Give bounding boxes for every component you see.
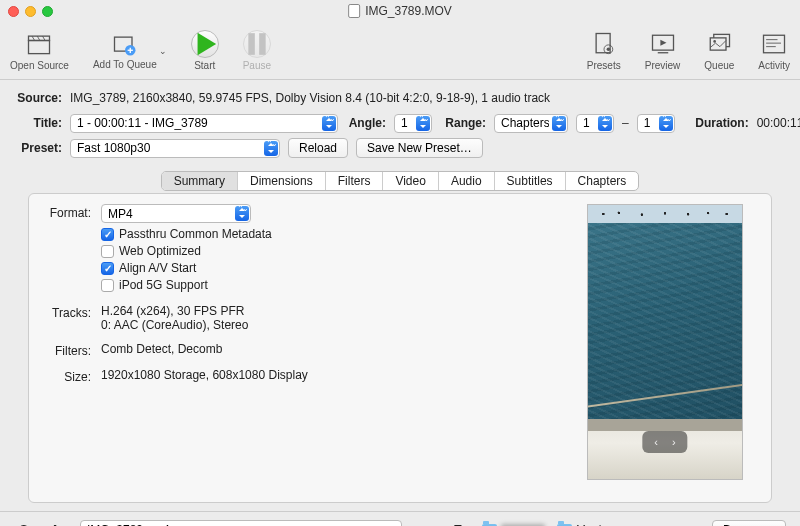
- close-window-button[interactable]: [8, 6, 19, 17]
- format-select[interactable]: MP4: [101, 204, 251, 223]
- source-label: Source:: [14, 91, 62, 105]
- svg-point-20: [714, 40, 717, 43]
- tabs: Summary Dimensions Filters Video Audio S…: [161, 171, 640, 191]
- svg-marker-31: [602, 118, 608, 121]
- minimize-window-button[interactable]: [25, 6, 36, 17]
- activity-button[interactable]: Activity: [758, 30, 790, 71]
- reload-button[interactable]: Reload: [288, 138, 348, 158]
- preview-icon: [649, 30, 677, 58]
- svg-marker-35: [268, 143, 274, 146]
- preview-button[interactable]: Preview: [645, 30, 681, 71]
- size-value: 1920x1080 Storage, 608x1080 Display: [101, 368, 308, 382]
- preview-image: ‹ ›: [587, 204, 743, 480]
- add-to-queue-button[interactable]: Add To Queue ⌄: [93, 31, 167, 70]
- svg-rect-19: [711, 38, 727, 50]
- pause-icon: [243, 30, 271, 58]
- document-icon: [348, 4, 360, 18]
- browse-button[interactable]: Browse…: [712, 520, 786, 526]
- presets-button[interactable]: Presets: [587, 30, 621, 71]
- svg-marker-9: [197, 33, 216, 55]
- save-new-preset-button[interactable]: Save New Preset…: [356, 138, 483, 158]
- preview-nav: ‹ ›: [642, 431, 687, 453]
- tab-subtitles[interactable]: Subtitles: [495, 172, 566, 190]
- svg-marker-36: [268, 150, 274, 153]
- svg-marker-38: [239, 215, 245, 218]
- tab-audio[interactable]: Audio: [439, 172, 495, 190]
- tab-chapters[interactable]: Chapters: [566, 172, 639, 190]
- size-label: Size:: [43, 368, 91, 384]
- preset-label: Preset:: [14, 141, 62, 155]
- preset-select[interactable]: Fast 1080p30: [70, 139, 280, 158]
- clapperboard-icon: [25, 30, 53, 58]
- duration-label: Duration:: [691, 116, 749, 130]
- svg-marker-28: [420, 125, 426, 128]
- add-picture-icon: [111, 31, 139, 59]
- preview-prev-button[interactable]: ‹: [654, 436, 658, 448]
- document-gear-icon: [590, 30, 618, 58]
- checkbox-web-optimized[interactable]: Web Optimized: [101, 244, 272, 258]
- checkbox-passthru-metadata[interactable]: Passthru Common Metadata: [101, 227, 272, 241]
- open-source-button[interactable]: Open Source: [10, 30, 69, 71]
- tab-summary[interactable]: Summary: [162, 172, 238, 190]
- start-button[interactable]: Start: [191, 30, 219, 71]
- svg-rect-11: [259, 33, 266, 55]
- info-area: Source: IMG_3789, 2160x3840, 59.9745 FPS…: [0, 80, 800, 167]
- title-select[interactable]: 1 - 00:00:11 - IMG_3789: [70, 114, 338, 133]
- window-title: IMG_3789.MOV: [348, 4, 452, 18]
- svg-marker-30: [556, 125, 562, 128]
- chevron-down-icon[interactable]: ⌄: [159, 46, 167, 56]
- saveas-field[interactable]: [80, 520, 402, 526]
- title-label: Title:: [14, 116, 62, 130]
- range-label: Range:: [440, 116, 486, 130]
- bottom-bar: Save As: To: › Movies Browse…: [0, 511, 800, 526]
- checkbox-align-av-start[interactable]: Align A/V Start: [101, 261, 272, 275]
- window-title-text: IMG_3789.MOV: [365, 4, 452, 18]
- svg-marker-16: [660, 40, 666, 46]
- svg-point-14: [606, 48, 610, 52]
- filters-label: Filters:: [43, 342, 91, 358]
- svg-marker-37: [239, 208, 245, 211]
- queue-button[interactable]: Queue: [704, 30, 734, 71]
- duration-value: 00:00:11: [757, 116, 800, 130]
- range-dash: –: [622, 116, 629, 130]
- tab-filters[interactable]: Filters: [326, 172, 384, 190]
- queue-icon: [705, 30, 733, 58]
- tracks-value: H.264 (x264), 30 FPS PFR 0: AAC (CoreAud…: [101, 304, 248, 332]
- summary-panel: Format: MP4 Passthru Common Metadata Web…: [28, 193, 772, 503]
- filters-value: Comb Detect, Decomb: [101, 342, 222, 356]
- activity-icon: [760, 30, 788, 58]
- zoom-window-button[interactable]: [42, 6, 53, 17]
- svg-marker-34: [663, 125, 669, 128]
- svg-rect-21: [764, 35, 785, 53]
- pause-button: Pause: [243, 30, 271, 71]
- svg-marker-29: [556, 118, 562, 121]
- toolbar: Open Source Add To Queue ⌄ Start Pause P…: [0, 22, 800, 80]
- range-from-select[interactable]: 1: [576, 114, 614, 133]
- tab-video[interactable]: Video: [383, 172, 438, 190]
- svg-rect-0: [29, 41, 50, 54]
- svg-marker-33: [663, 118, 669, 121]
- preview-next-button[interactable]: ›: [672, 436, 676, 448]
- range-mode-select[interactable]: Chapters: [494, 114, 568, 133]
- source-value: IMG_3789, 2160x3840, 59.9745 FPS, Dolby …: [70, 91, 550, 105]
- range-to-select[interactable]: 1: [637, 114, 675, 133]
- play-icon: [191, 30, 219, 58]
- titlebar: IMG_3789.MOV: [0, 0, 800, 22]
- angle-label: Angle:: [346, 116, 386, 130]
- tab-area: Summary Dimensions Filters Video Audio S…: [14, 171, 786, 503]
- svg-marker-27: [420, 118, 426, 121]
- window-controls: [8, 6, 53, 17]
- svg-marker-25: [326, 118, 332, 121]
- checkbox-ipod-5g[interactable]: iPod 5G Support: [101, 278, 272, 292]
- svg-marker-32: [602, 125, 608, 128]
- format-label: Format:: [43, 204, 91, 220]
- tracks-label: Tracks:: [43, 304, 91, 320]
- svg-marker-26: [326, 125, 332, 128]
- svg-rect-10: [248, 33, 255, 55]
- tab-dimensions[interactable]: Dimensions: [238, 172, 326, 190]
- angle-select[interactable]: 1: [394, 114, 432, 133]
